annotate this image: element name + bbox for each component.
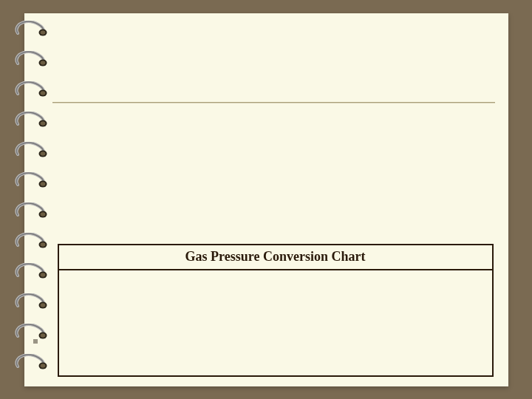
svg-point-9 [40, 151, 45, 156]
binder-ring-icon [13, 51, 50, 67]
svg-point-15 [40, 242, 45, 247]
svg-point-19 [40, 303, 45, 307]
binder-ring-icon [13, 81, 50, 98]
binder-ring-icon [13, 293, 50, 310]
svg-point-23 [40, 364, 45, 368]
binder-ring-icon [13, 324, 50, 340]
horizontal-rule [52, 102, 495, 103]
svg-point-5 [40, 91, 45, 95]
binder-ring-icon [13, 172, 50, 188]
binder-ring-icon [13, 202, 50, 219]
svg-point-1 [40, 30, 45, 35]
page-mark-icon [33, 339, 38, 344]
binder-ring-icon [13, 112, 50, 128]
binder-ring-icon [13, 354, 50, 370]
svg-point-11 [40, 182, 45, 186]
binder-ring-icon [13, 263, 50, 279]
chart-title: Gas Pressure Conversion Chart [59, 245, 492, 270]
spiral-binding [13, 21, 58, 370]
notepad-page: Gas Pressure Conversion Chart [24, 13, 508, 386]
svg-point-3 [40, 61, 45, 65]
svg-point-7 [40, 121, 45, 126]
binder-ring-icon [13, 21, 50, 37]
chart-container: Gas Pressure Conversion Chart [58, 244, 494, 377]
svg-point-13 [40, 212, 45, 216]
chart-body-empty [59, 270, 492, 375]
svg-point-17 [40, 273, 45, 277]
binder-ring-icon [13, 142, 50, 158]
binder-ring-icon [13, 233, 50, 249]
svg-point-21 [40, 333, 45, 338]
